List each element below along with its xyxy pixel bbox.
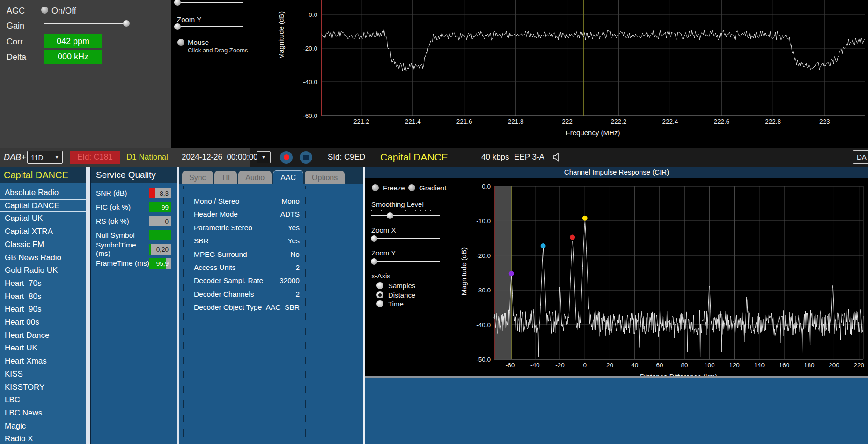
protection-label: EEP 3-A [514,148,544,167]
aac-detail-label: Access Units [194,261,236,274]
metric-label: FrameTime (ms) [96,259,149,268]
record-button[interactable] [280,148,293,167]
main-area: Capital DANCE Absolute RadioCapital DANC… [0,167,868,444]
svg-text:Frequency (MHz): Frequency (MHz) [566,129,620,137]
record-menu-button[interactable]: ▼ [257,148,271,167]
dab-right-button[interactable]: DA [853,150,868,164]
station-list-item[interactable]: Radio X [0,432,86,444]
svg-text:222.6: 222.6 [714,118,729,125]
cir-panel: Channel Impulse Response (CIR) Freeze Gr… [365,167,868,444]
aac-detail-value: Yes [288,234,300,247]
channel-select[interactable]: 11D▼ [27,148,63,167]
service-quality-row: FrameTime (ms)95,9 [96,258,171,269]
cir-xaxis-radio-distance[interactable] [376,291,383,298]
station-list-item[interactable]: Heart 90s [0,303,86,316]
station-list-item[interactable]: Capital UK [0,212,86,225]
station-list-item[interactable]: Magic [0,420,86,433]
cir-zoom-x-label: Zoom X [371,226,396,234]
agc-radio[interactable] [41,7,48,14]
spectrum-plot[interactable]: 221.2221.4221.6221.8222222.2222.4222.622… [276,0,868,148]
svg-text:222: 222 [562,118,573,125]
station-list-item[interactable]: KISS [0,368,86,381]
aac-detail-value: Yes [288,221,300,234]
station-list-item[interactable]: Heart 80s [0,290,86,303]
svg-text:-60: -60 [506,362,515,369]
mouse-zoom-radio[interactable] [177,39,184,46]
cir-xaxis-radio-time[interactable] [376,300,383,307]
svg-text:0: 0 [583,362,587,369]
service-quality-title: Service Quality [91,167,177,183]
station-list-item[interactable]: Absolute Radio [0,186,86,199]
station-list-scrollbar[interactable] [86,167,90,444]
cir-xaxis-label: x-Axis [371,272,390,280]
metric-bar: 95,9 [149,258,171,269]
metric-label: RS (ok %) [96,217,129,226]
station-list-item[interactable]: Heart 70s [0,277,86,290]
aac-detail-value: 32000 [280,274,300,287]
chevron-down-icon: ▼ [262,155,266,160]
svg-text:223: 223 [819,118,830,125]
aac-detail-value: 2 [295,261,300,274]
aac-detail-label: Parametric Stereo [194,221,252,234]
station-list-item[interactable]: LBC [0,393,86,407]
stop-button[interactable] [300,148,312,167]
cir-smoothing-slider[interactable] [371,212,440,219]
svg-text:220: 220 [853,362,864,369]
station-list-item[interactable]: KISSTORY [0,381,86,394]
svg-text:120: 120 [729,362,740,369]
cir-gradient-radio[interactable] [408,184,415,191]
service-quality-row: SNR (dB)8,3 [96,188,171,198]
svg-text:Magnitude (dB): Magnitude (dB) [277,11,285,59]
aac-detail-row: Parametric StereoYes [184,221,305,234]
cir-freeze-radio[interactable] [372,184,379,191]
station-list-item[interactable]: LBC News [0,407,86,420]
tab-audio[interactable]: Audio [238,171,272,184]
tab-tii[interactable]: TII [214,171,237,184]
mute-button[interactable] [552,148,563,167]
station-list-item[interactable]: Capital DANCE [0,199,86,212]
spectrum-zoom-x-slider[interactable] [174,0,243,6]
station-list-item[interactable]: Heart UK [0,342,86,355]
aac-detail-label: Header Mode [194,208,238,221]
spectrum-zoom-y-slider[interactable] [174,23,243,30]
svg-text:-50.0: -50.0 [476,356,491,363]
aac-detail-label: Decoder Object Type [194,301,262,314]
svg-text:160: 160 [779,362,790,369]
cir-zoom-x-slider[interactable] [371,235,440,242]
svg-text:60: 60 [656,362,663,369]
svg-text:140: 140 [754,362,765,369]
station-list-item[interactable]: Heart Dance [0,329,86,342]
tab-aac[interactable]: AAC [273,170,303,184]
aac-detail-label: Mono / Stereo [194,195,239,208]
tab-sync[interactable]: Sync [182,171,213,184]
cir-plot[interactable]: -60-40-200204060801001201401601802002200… [459,178,868,376]
cir-gradient-label: Gradient [419,184,447,192]
corr-label: Corr. [7,37,25,47]
corr-value: 042 ppm [44,34,102,48]
service-name-label: Capital DANCE [380,148,448,167]
station-list-item[interactable]: Gold Radio UK [0,264,86,277]
station-list-item[interactable]: Classic FM [0,238,86,251]
svg-text:-40.0: -40.0 [476,321,491,328]
station-list-item[interactable]: Heart Xmas [0,355,86,368]
station-list-item[interactable]: GB News Radio [0,251,86,264]
aac-detail-label: Decoder Sampl. Rate [194,274,263,287]
cir-zoom-y-slider[interactable] [371,258,440,265]
app-window: AGC On/Off Gain Corr. 042 ppm Delta 000 … [0,0,868,444]
aac-detail-row: Decoder Object TypeAAC_SBR [184,301,305,314]
metric-value: 99 [162,204,171,211]
svg-text:Distance Difference (km): Distance Difference (km) [640,372,717,376]
mouse-label: Mouse [188,38,209,46]
cir-title: Channel Impulse Response (CIR) [365,167,868,178]
aac-detail-value: ADTS [280,208,300,221]
svg-text:20: 20 [606,362,613,369]
station-list-item[interactable]: Heart 00s [0,316,86,329]
svg-text:-20.0: -20.0 [303,45,317,52]
cir-xaxis-radio-samples[interactable] [376,282,383,289]
metric-bar: 99 [149,202,171,212]
gain-slider[interactable] [44,20,129,27]
record-icon [284,154,289,160]
station-list-item[interactable]: Capital XTRA [0,225,86,238]
tab-options[interactable]: Options [305,171,345,184]
dab-mode-label: DAB+ [4,148,26,167]
